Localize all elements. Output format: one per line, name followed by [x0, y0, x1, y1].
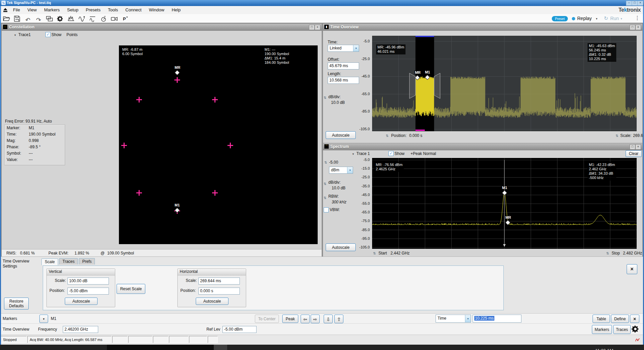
trace-expander-icon[interactable]: ▾: [14, 33, 16, 37]
menu-tools[interactable]: Tools: [104, 6, 122, 14]
preset-p-icon[interactable]: P: [121, 15, 130, 23]
markers-close-button[interactable]: ×: [630, 315, 639, 323]
tab-traces[interactable]: Traces: [59, 258, 78, 265]
more-options-icon[interactable]: ⋮: [635, 15, 640, 21]
sp-trace-selector[interactable]: Trace 1: [356, 151, 370, 156]
time-overview-header[interactable]: ▮ Time Overview □ ×: [323, 24, 642, 31]
to-scale-value[interactable]: 269.644 ms: [633, 133, 644, 138]
menu-markers[interactable]: Markers: [40, 6, 63, 14]
maximize-button[interactable]: □: [632, 1, 638, 6]
settings-close-button[interactable]: ×: [627, 264, 637, 274]
sp-dbdiv-value[interactable]: 10.0 dB: [332, 186, 345, 190]
to-autoscale-button[interactable]: Autoscale: [326, 131, 356, 139]
restore-defaults-button[interactable]: Restore Defaults: [4, 298, 29, 310]
stepper-icon[interactable]: ⇅: [386, 134, 388, 138]
tab-scale[interactable]: Scale: [41, 258, 58, 265]
spectrum-plot[interactable]: MR: -76.56 dBm 2.4625 GHz M1: -42.23 dBm…: [372, 158, 637, 249]
chevron-down-icon[interactable]: ▾: [465, 315, 471, 322]
ref-level-value[interactable]: -5.00: [329, 160, 338, 165]
reset-scale-button[interactable]: Reset Scale: [117, 284, 145, 294]
spectrum-maximize-icon[interactable]: □: [630, 144, 635, 150]
ref-lev-field[interactable]: -5.00 dBm: [222, 326, 257, 333]
menu-presets[interactable]: Presets: [82, 6, 104, 14]
units-combo[interactable]: dBm ▾: [329, 167, 353, 174]
show-checkbox[interactable]: ✓: [45, 32, 50, 37]
replay-button[interactable]: Replay: [577, 16, 592, 21]
chevron-down-icon[interactable]: ▾: [347, 167, 353, 173]
horizontal-scale-field[interactable]: 269.644 ms: [198, 278, 240, 285]
sp-trace-expander-icon[interactable]: ▾: [352, 152, 354, 156]
constellation-maximize-icon[interactable]: □: [309, 25, 315, 30]
menu-view[interactable]: View: [24, 6, 40, 14]
marker-select-dropdown[interactable]: ▾: [39, 315, 48, 323]
table-button[interactable]: Table: [593, 315, 610, 323]
to-center-button[interactable]: To Center: [255, 315, 279, 323]
spectrum-close-icon[interactable]: ×: [635, 144, 641, 150]
stepper-icon[interactable]: ⇅: [606, 251, 609, 255]
spectrum-display-icon[interactable]: [66, 15, 75, 23]
time-overview-close-icon[interactable]: ×: [635, 25, 641, 30]
trace-selector[interactable]: Trace1: [18, 32, 31, 37]
titlebar[interactable]: ∿ Tek SignalVu-PC - test.tiq – □ ×: [0, 0, 644, 6]
close-button[interactable]: ×: [637, 1, 643, 6]
settings-gear-icon[interactable]: [631, 325, 639, 334]
start-value[interactable]: 2.442 GHz: [390, 251, 410, 255]
time-overview-maximize-icon[interactable]: □: [630, 25, 635, 30]
horizontal-position-field[interactable]: 0.000 s: [198, 288, 240, 295]
time-overview-icon[interactable]: [88, 15, 97, 23]
peak-right-button[interactable]: ⇨: [311, 315, 320, 323]
peak-lower-button[interactable]: ⇩: [324, 315, 333, 323]
minimize-button[interactable]: –: [626, 1, 632, 6]
amplitude-time-icon[interactable]: [77, 15, 86, 23]
rbw-value[interactable]: 300 kHz: [332, 200, 346, 204]
stepper-icon[interactable]: ⇅: [324, 196, 326, 200]
vertical-position-field[interactable]: -5.00 dBm: [67, 288, 109, 295]
peak-button[interactable]: Peak: [282, 315, 298, 323]
save-icon[interactable]: [12, 15, 21, 23]
constellation-header[interactable]: ∷ Constellation □ ×: [2, 24, 322, 31]
to-position-value[interactable]: 0.000 s: [409, 133, 422, 138]
replay-chevron-down-icon[interactable]: ▾: [596, 17, 598, 20]
stepper-icon[interactable]: ⇅: [324, 182, 326, 186]
menu-file[interactable]: File: [9, 6, 24, 14]
meter-icon[interactable]: [99, 15, 108, 23]
vbw-checkbox[interactable]: [324, 207, 329, 212]
tab-prefs[interactable]: Prefs: [79, 258, 95, 265]
stop-value[interactable]: 2.482 GHz: [623, 251, 642, 255]
traces-toggle-button[interactable]: Traces: [613, 325, 631, 334]
menu-help[interactable]: Help: [168, 6, 184, 14]
constellation-close-icon[interactable]: ×: [315, 25, 320, 30]
run-chevron-down-icon[interactable]: ▾: [621, 17, 622, 20]
marker-type-combo[interactable]: Time ▾: [436, 315, 471, 323]
eject-icon[interactable]: [3, 8, 7, 10]
peak-left-button[interactable]: ⇦: [301, 315, 310, 323]
sp-show-checkbox[interactable]: ✓: [388, 151, 393, 156]
horizontal-autoscale-button[interactable]: Autoscale: [196, 298, 228, 305]
dbdiv-value[interactable]: 10.0 dB: [331, 100, 345, 105]
camera-icon[interactable]: [110, 15, 119, 23]
frequency-field[interactable]: 2.46200 GHz: [63, 326, 98, 333]
displays-icon[interactable]: [45, 15, 54, 23]
time-mode-combo[interactable]: Linked ▾: [328, 45, 359, 52]
menu-setup[interactable]: Setup: [63, 6, 82, 14]
marker-value-field[interactable]: 10.225 ms: [473, 315, 521, 323]
stepper-icon[interactable]: ⇅: [324, 96, 326, 100]
length-field[interactable]: 10.568 ms: [328, 77, 359, 84]
offset-field[interactable]: 45.679 ms: [328, 62, 359, 69]
define-button[interactable]: Define: [611, 315, 629, 323]
run-button[interactable]: Run: [610, 16, 619, 21]
sp-autoscale-button[interactable]: Autoscale: [326, 243, 356, 251]
stepper-icon[interactable]: ⇅: [324, 161, 327, 164]
open-file-icon[interactable]: [2, 15, 11, 23]
menu-connect[interactable]: Connect: [122, 6, 145, 14]
marker-mr[interactable]: [174, 70, 180, 75]
run-refresh-icon[interactable]: ↻: [604, 15, 608, 21]
constellation-plot[interactable]: MR: -6.87 m 6.00 Symbol M1: --- 190.00 S…: [119, 45, 318, 244]
menu-window[interactable]: Window: [145, 6, 168, 14]
preset-button[interactable]: Preset: [552, 16, 568, 21]
peak-higher-button[interactable]: ⇧: [334, 315, 343, 323]
clear-button[interactable]: Clear: [626, 150, 642, 157]
time-overview-plot[interactable]: MR: -45.96 dBm 46.021 ms M1: -45.63 dBm …: [372, 36, 637, 131]
points-label[interactable]: Points: [66, 32, 77, 37]
stepper-icon[interactable]: ⇅: [373, 251, 376, 255]
